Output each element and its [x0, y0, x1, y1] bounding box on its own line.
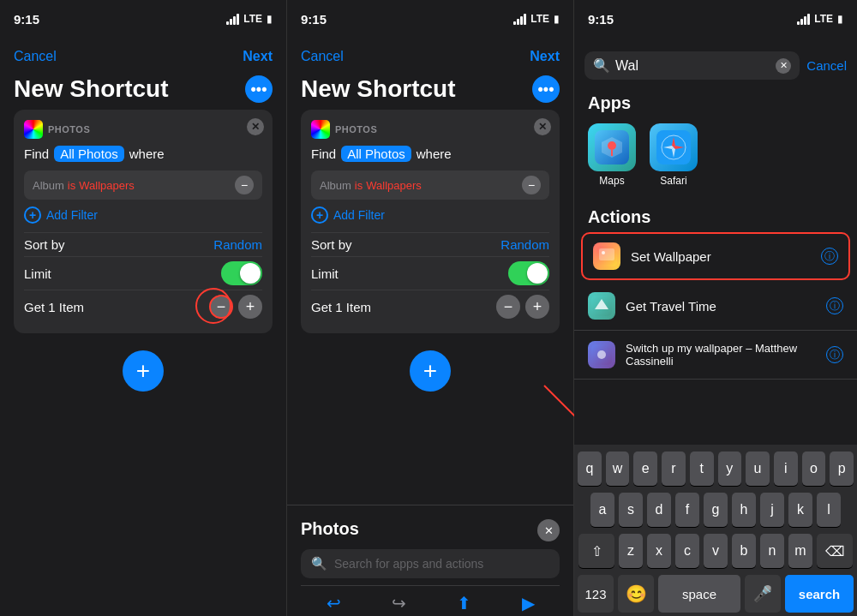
card-close-1[interactable]: ✕ — [247, 118, 264, 135]
search-cancel-button[interactable]: Cancel — [806, 58, 847, 73]
key-f[interactable]: f — [675, 493, 699, 527]
key-g[interactable]: g — [704, 493, 728, 527]
filter-label-2: Album — [320, 179, 351, 192]
filter-row-1: Album is Wallpapers − — [24, 170, 262, 200]
safari-app-icon — [650, 123, 698, 171]
filter-remove-1[interactable]: − — [235, 176, 254, 194]
photos-app-icon-1 — [24, 120, 43, 139]
key-w[interactable]: w — [606, 452, 630, 486]
stepper-minus-2[interactable]: − — [496, 295, 520, 319]
lte-text-1: LTE — [243, 13, 262, 25]
cancel-button-2[interactable]: Cancel — [301, 49, 344, 64]
key-t[interactable]: t — [690, 452, 714, 486]
add-filter-text-2[interactable]: Add Filter — [333, 208, 385, 222]
add-filter-text-1[interactable]: Add Filter — [46, 208, 98, 222]
app-item-maps[interactable]: Maps — [588, 123, 636, 187]
limit-toggle-2[interactable] — [508, 261, 549, 285]
stepper-1: − + — [209, 295, 262, 319]
key-s[interactable]: s — [619, 493, 643, 527]
key-r[interactable]: r — [662, 452, 686, 486]
add-action-button-1[interactable]: + — [123, 350, 164, 392]
search-bar-bottom-2[interactable]: 🔍 Search for apps and actions — [301, 549, 560, 578]
key-v[interactable]: v — [704, 534, 728, 568]
search-field[interactable]: 🔍 Wal ✕ — [584, 51, 800, 80]
key-search[interactable]: search — [785, 575, 854, 613]
key-h[interactable]: h — [732, 493, 756, 527]
key-q[interactable]: q — [578, 452, 602, 486]
add-filter-icon-2[interactable]: + — [311, 206, 328, 224]
filter-label-1: Album — [33, 179, 64, 192]
key-m[interactable]: m — [788, 534, 812, 568]
menu-button-2[interactable]: ••• — [532, 75, 560, 103]
sort-value-2[interactable]: Random — [500, 237, 549, 252]
search-clear-button[interactable]: ✕ — [776, 58, 791, 74]
key-123[interactable]: 123 — [578, 575, 614, 613]
phone-panel-2: 9:15 LTE ▮ Cancel Next New Shortcut ••• — [287, 0, 574, 616]
key-c[interactable]: c — [675, 534, 699, 568]
next-button-1[interactable]: Next — [243, 49, 273, 64]
travel-icon-svg — [591, 296, 612, 316]
battery-icon-1: ▮ — [267, 13, 273, 25]
back-icon-2[interactable]: ↩ — [327, 593, 341, 613]
switch-wallpaper-info[interactable]: ⓘ — [826, 346, 843, 363]
stepper-plus-2[interactable]: + — [525, 295, 549, 319]
key-d[interactable]: d — [647, 493, 671, 527]
bottom-close-2[interactable]: ✕ — [537, 519, 560, 541]
next-button-2[interactable]: Next — [530, 49, 560, 64]
key-p[interactable]: p — [830, 452, 854, 486]
key-z[interactable]: z — [619, 534, 643, 568]
share-icon-2[interactable]: ⬆ — [457, 593, 471, 613]
get-label-2: Get 1 Item — [311, 300, 371, 314]
sort-row-2: Sort by Random — [311, 232, 549, 256]
travel-time-info[interactable]: ⓘ — [826, 297, 843, 314]
key-a[interactable]: a — [590, 493, 614, 527]
travel-time-text: Get Travel Time — [626, 299, 816, 314]
bar2 — [230, 19, 232, 25]
key-j[interactable]: j — [760, 493, 784, 527]
key-e[interactable]: e — [633, 452, 657, 486]
lte-text-3: LTE — [814, 13, 833, 25]
card-header-2: PHOTOS — [311, 120, 549, 139]
key-n[interactable]: n — [760, 534, 784, 568]
filter-remove-2[interactable]: − — [522, 176, 541, 194]
action-item-set-wallpaper[interactable]: Set Wallpaper ⓘ — [581, 232, 850, 280]
cancel-button-1[interactable]: Cancel — [14, 49, 57, 64]
key-l[interactable]: l — [817, 493, 841, 527]
key-shift[interactable]: ⇧ — [578, 534, 614, 568]
play-icon-2[interactable]: ▶ — [522, 593, 535, 613]
key-emoji[interactable]: 😊 — [618, 575, 654, 613]
key-i[interactable]: i — [774, 452, 798, 486]
key-k[interactable]: k — [788, 493, 812, 527]
keyboard-row-3: ⇧ z x c v b n m ⌫ — [578, 534, 854, 568]
key-x[interactable]: x — [647, 534, 671, 568]
switch-wallpaper-text: Switch up my wallpaper – Matthew Cassine… — [626, 342, 816, 368]
svg-rect-11 — [599, 248, 614, 260]
add-filter-icon-1[interactable]: + — [24, 206, 41, 224]
menu-button-1[interactable]: ••• — [245, 75, 273, 103]
key-u[interactable]: u — [746, 452, 770, 486]
key-y[interactable]: y — [718, 452, 742, 486]
search-field-value[interactable]: Wal — [615, 58, 638, 74]
sort-value-1[interactable]: Random — [213, 237, 262, 252]
key-mic[interactable]: 🎤 — [745, 575, 781, 613]
app-item-safari[interactable]: Safari — [650, 123, 698, 187]
maps-icon-svg — [595, 130, 629, 164]
key-space[interactable]: space — [658, 575, 740, 613]
status-bar-1: 9:15 LTE ▮ — [0, 0, 286, 38]
all-photos-badge-1[interactable]: All Photos — [54, 146, 124, 162]
action-item-switch-wallpaper[interactable]: Switch up my wallpaper – Matthew Cassine… — [574, 331, 857, 380]
action-item-travel-time[interactable]: Get Travel Time ⓘ — [574, 282, 857, 331]
stepper-plus-1[interactable]: + — [238, 295, 262, 319]
add-action-button-2[interactable]: + — [410, 350, 451, 392]
redo-icon-2[interactable]: ↪ — [392, 593, 406, 613]
limit-toggle-1[interactable] — [221, 261, 262, 285]
set-wallpaper-info[interactable]: ⓘ — [821, 248, 838, 265]
all-photos-badge-2[interactable]: All Photos — [341, 146, 411, 162]
safari-icon-svg — [656, 130, 691, 164]
card-close-2[interactable]: ✕ — [534, 118, 551, 135]
stepper-minus-1[interactable]: − — [209, 295, 233, 319]
key-delete[interactable]: ⌫ — [817, 534, 853, 568]
key-b[interactable]: b — [732, 534, 756, 568]
key-o[interactable]: o — [802, 452, 826, 486]
bar4 — [237, 14, 239, 25]
